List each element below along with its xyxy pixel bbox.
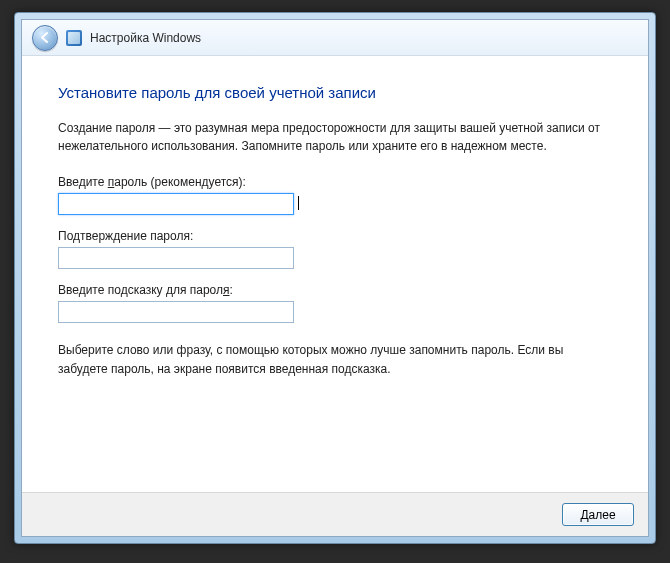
confirm-field-group: Подтверждение пароля: [58, 229, 612, 269]
window-title: Настройка Windows [90, 31, 201, 45]
hint-label: Введите подсказку для пароля: [58, 283, 612, 297]
text-caret [298, 196, 299, 210]
confirm-label: Подтверждение пароля: [58, 229, 612, 243]
window-inner: Настройка Windows Установите пароль для … [21, 19, 649, 537]
hint-field-group: Введите подсказку для пароля: [58, 283, 612, 323]
page-heading: Установите пароль для своей учетной запи… [58, 84, 612, 101]
hint-description: Выберите слово или фразу, с помощью кото… [58, 341, 612, 378]
arrow-left-icon [39, 31, 52, 44]
label-text: Введите подсказку для парол [58, 283, 223, 297]
password-field-group: Введите пароль (рекомендуется): [58, 175, 612, 215]
confirm-input[interactable] [58, 247, 294, 269]
content-area: Установите пароль для своей учетной запи… [22, 56, 648, 492]
label-text: ароль (рекомендуется): [114, 175, 246, 189]
next-button[interactable]: Далее [562, 503, 634, 526]
setup-window: Настройка Windows Установите пароль для … [14, 12, 656, 544]
hint-input[interactable] [58, 301, 294, 323]
label-text: Введите [58, 175, 108, 189]
password-input[interactable] [58, 193, 294, 215]
back-button[interactable] [32, 25, 58, 51]
intro-text: Создание пароля — это разумная мера пред… [58, 119, 612, 155]
window-header: Настройка Windows [22, 20, 648, 56]
footer-bar: Далее [22, 492, 648, 536]
label-text: : [230, 283, 233, 297]
password-label: Введите пароль (рекомендуется): [58, 175, 612, 189]
setup-icon [66, 30, 82, 46]
